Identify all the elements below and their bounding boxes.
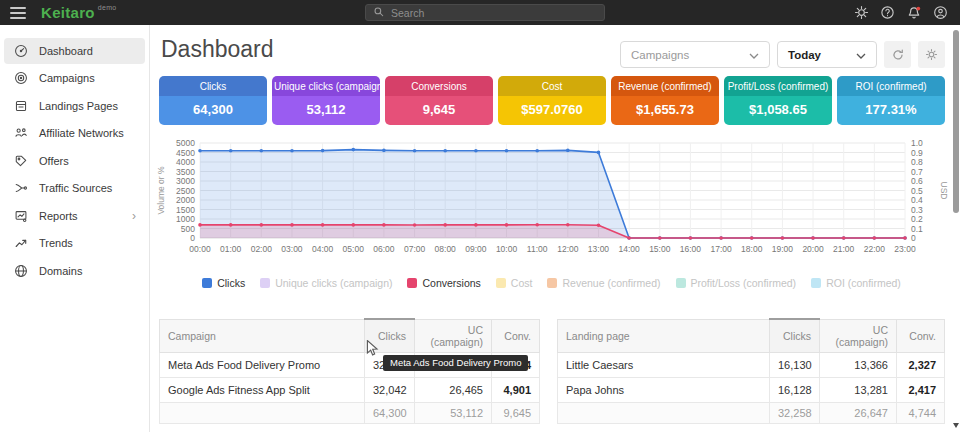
total-uc: 26,647 [820, 402, 897, 423]
notifications-bell-icon[interactable] [906, 5, 922, 21]
clicks-cell: 16,128 [770, 377, 820, 402]
sidebar-item-traffic-sources[interactable]: Traffic Sources [4, 175, 145, 201]
legend-label: Unique clicks (campaign) [275, 277, 392, 289]
uc-cell: 13,281 [820, 377, 897, 402]
svg-text:05:00: 05:00 [343, 244, 365, 254]
legend-item[interactable]: Cost [496, 277, 533, 289]
table-row[interactable]: Little Caesars 16,130 13,366 2,327 [558, 352, 945, 377]
traffic-chart-svg: 005000.110000.215000.320000.425000.53000… [151, 131, 952, 273]
column-header-campaign[interactable]: Campaign [160, 319, 365, 352]
sidebar-label: Trends [39, 237, 73, 249]
landing-name-cell[interactable]: Papa Johns [558, 377, 770, 402]
column-header-uc-campaign[interactable]: UC (campaign) [820, 319, 897, 352]
column-header-clicks[interactable]: Clicks [770, 319, 820, 352]
column-header-uc-campaign[interactable]: UC (campaign) [415, 319, 492, 352]
column-header-conv[interactable]: Conv. [492, 319, 540, 352]
legend-label: Revenue (confirmed) [562, 277, 660, 289]
people-network-icon [13, 126, 28, 141]
legend-item[interactable]: Revenue (confirmed) [547, 277, 660, 289]
legend-label: ROI (confirmed) [826, 277, 901, 289]
legend-label: Clicks [217, 277, 245, 289]
svg-text:0.1: 0.1 [911, 224, 923, 234]
refresh-button[interactable] [884, 41, 911, 68]
campaign-filter-select[interactable]: Campaigns [620, 41, 770, 68]
landing-name-cell[interactable]: Little Caesars [558, 352, 770, 377]
sidebar-item-trends[interactable]: Trends [4, 230, 145, 256]
svg-text:17:00: 17:00 [710, 244, 732, 254]
stat-card-value: 9,645 [385, 96, 493, 125]
sidebar-item-campaigns[interactable]: Campaigns [4, 65, 145, 91]
conv-cell: 2,417 [897, 377, 945, 402]
sidebar-label: Dashboard [39, 45, 93, 57]
legend-swatch [811, 278, 821, 288]
svg-text:4000: 4000 [176, 157, 195, 167]
brand-demo-label: demo [98, 4, 117, 11]
settings-icon[interactable] [854, 5, 869, 20]
table-row[interactable]: Papa Johns 16,128 13,281 2,417 [558, 377, 945, 402]
search-input[interactable] [391, 7, 581, 19]
sidebar-item-reports[interactable]: Reports › [4, 203, 145, 229]
svg-text:0.8: 0.8 [911, 157, 923, 167]
conv-cell: 4,901 [492, 377, 540, 402]
scrollbar-thumb[interactable] [953, 30, 959, 213]
legend-item[interactable]: Unique clicks (campaign) [260, 277, 392, 289]
table-row[interactable]: Google Ads Fitness App Split 32,042 26,4… [160, 377, 540, 402]
chart-legend: ClicksUnique clicks (campaign)Conversion… [151, 277, 952, 289]
legend-item[interactable]: Conversions [407, 277, 480, 289]
svg-text:0.7: 0.7 [911, 167, 923, 177]
svg-text:0.5: 0.5 [911, 186, 923, 196]
mouse-cursor-icon [366, 340, 379, 361]
global-search[interactable] [365, 4, 605, 21]
help-icon[interactable] [880, 5, 895, 20]
svg-text:12:00: 12:00 [557, 244, 579, 254]
sidebar-label: Traffic Sources [39, 182, 112, 194]
svg-text:06:00: 06:00 [373, 244, 395, 254]
legend-swatch [260, 278, 270, 288]
sidebar-item-affiliate-networks[interactable]: Affiliate Networks [4, 120, 145, 146]
sidebar-item-offers[interactable]: Offers [4, 148, 145, 174]
column-header-landing-page[interactable]: Landing page [558, 319, 770, 352]
total-conv: 4,744 [897, 402, 945, 423]
dashboard-settings-button[interactable] [918, 41, 945, 68]
date-range-select[interactable]: Today [777, 41, 877, 68]
svg-text:11:00: 11:00 [527, 244, 548, 254]
stat-card-label: Conversions [385, 76, 493, 96]
brand-logo[interactable]: Keitarodemo [41, 4, 117, 21]
stat-card-value: $1,655.73 [611, 96, 719, 125]
total-clicks: 64,300 [365, 402, 415, 423]
stat-card-clicks: Clicks64,300 [159, 76, 267, 125]
sidebar-item-domains[interactable]: Domains [4, 258, 145, 284]
svg-text:0.9: 0.9 [911, 148, 923, 158]
chevron-down-icon [749, 49, 759, 61]
svg-text:16:00: 16:00 [680, 244, 702, 254]
sidebar-item-landings-pages[interactable]: Landings Pages [4, 93, 145, 119]
campaign-name-cell[interactable]: Google Ads Fitness App Split [160, 377, 365, 402]
legend-swatch [496, 278, 506, 288]
legend-item[interactable]: Profit/Loss (confirmed) [676, 277, 797, 289]
main-content: Dashboard Campaigns Today Clicks64,300 U… [151, 25, 952, 432]
globe-icon [13, 263, 28, 278]
column-header-conv[interactable]: Conv. [897, 319, 945, 352]
chevron-right-icon: › [132, 211, 136, 221]
stat-card-profit-loss: Profit/Loss (confirmed)$1,058.65 [724, 76, 832, 125]
legend-item[interactable]: ROI (confirmed) [811, 277, 901, 289]
svg-text:03:00: 03:00 [281, 244, 303, 254]
table-totals-row: 64,300 53,112 9,645 [160, 402, 540, 423]
scrollbar-down-arrow-icon[interactable] [953, 423, 959, 428]
svg-text:4500: 4500 [176, 148, 195, 158]
svg-text:500: 500 [181, 224, 195, 234]
traffic-chart[interactable]: 005000.110000.215000.320000.425000.53000… [151, 131, 952, 273]
stat-card-label: ROI (confirmed) [837, 76, 945, 96]
menu-icon[interactable] [10, 7, 26, 19]
stat-card-value: $597.0760 [498, 96, 606, 125]
sidebar-item-dashboard[interactable]: Dashboard [4, 38, 145, 64]
legend-item[interactable]: Clicks [202, 277, 245, 289]
search-icon [373, 4, 385, 22]
svg-text:5000: 5000 [176, 138, 195, 148]
campaign-name-cell[interactable]: Meta Ads Food Delivery Promo [160, 352, 365, 377]
stat-card-value: 177.31% [837, 96, 945, 125]
uc-cell: 13,366 [820, 352, 897, 377]
svg-text:2000: 2000 [176, 195, 195, 205]
user-account-icon[interactable] [933, 5, 948, 20]
table-totals-row: 32,258 26,647 4,744 [558, 402, 945, 423]
